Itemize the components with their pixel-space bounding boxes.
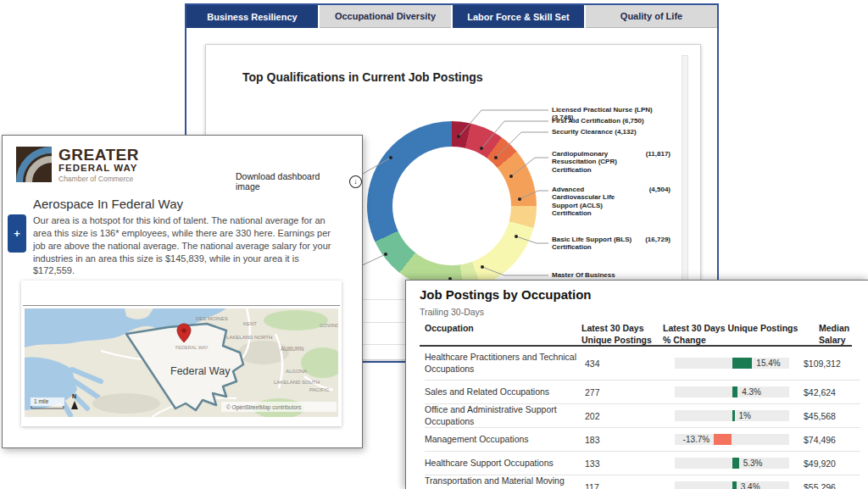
cell-postings: 133 — [585, 458, 659, 469]
pct-change-bar-track: 15.4% — [675, 358, 789, 369]
callout-value: (4,504) — [649, 186, 670, 193]
download-label: Download dashboard image — [236, 171, 345, 192]
map-attribution[interactable]: © OpenStreetMap contributors — [226, 404, 302, 411]
job-table-body: Healthcare Practitioners and Technical O… — [425, 347, 860, 489]
col-header-pct-change: Latest 30 Days Unique Postings % Change — [663, 323, 819, 346]
job-table-header: Occupation Latest 30 Days Unique Posting… — [425, 323, 860, 346]
map-main-place-label: Federal Way — [170, 365, 231, 377]
callout-name: Licensed Practical Nurse (LPN) — [552, 106, 653, 114]
cell-pct-change: 1% — [659, 410, 804, 421]
job-postings-panel: Job Postings by Occupation Trailing 30-D… — [405, 280, 868, 489]
tab-quality-of-life[interactable]: Quality of Life — [586, 5, 717, 28]
cell-median-salary: $55,296 — [804, 482, 860, 489]
logo-line2: FEDERAL WAY — [58, 163, 139, 175]
cell-postings: 434 — [585, 358, 659, 369]
table-row: Office and Administrative Support Occupa… — [425, 404, 860, 428]
map-label: ALGONA — [286, 369, 307, 374]
chamber-logo-text: GREATER FEDERAL WAY Chamber of Commerce — [58, 147, 139, 183]
table-row: Healthcare Practitioners and Technical O… — [425, 347, 860, 381]
pct-change-bar — [732, 410, 735, 421]
cell-pct-change: 4.3% — [659, 386, 804, 397]
callout-value: (16,729) — [645, 236, 670, 243]
cell-occupation: Management Occupations — [425, 434, 585, 446]
federal-way-map[interactable]: DES MOINES KENT COVINGTON LAKELAND NORTH… — [25, 308, 338, 417]
cell-occupation: Transportation and Material Moving Occup… — [425, 475, 585, 489]
pct-change-label: 4.3% — [742, 387, 761, 397]
map-label: LAKELAND NORTH — [226, 335, 272, 340]
tab-business-resiliency[interactable]: Business Resiliency — [186, 5, 318, 28]
callout-label-bls: Basic Life Support (BLS) Certification (… — [552, 236, 670, 252]
cell-postings: 202 — [585, 411, 659, 421]
col-header-occupation: Occupation — [425, 323, 581, 346]
table-row: Healthcare Support Occupations 133 5.3% … — [425, 452, 860, 475]
map-label: KENT — [243, 321, 257, 326]
logo-line3: Chamber of Commerce — [58, 175, 139, 183]
callout-label-security-clearance: Security Clearance (4,132) — [552, 128, 670, 136]
table-row: Management Occupations 183 -13.7% $74,49… — [425, 428, 860, 452]
map-label: PACIFIC — [309, 387, 330, 392]
cell-postings: 183 — [585, 435, 659, 445]
svg-text:N: N — [72, 393, 76, 399]
callout-name: Basic Life Support (BLS) Certification — [552, 236, 633, 252]
pct-change-bar — [732, 358, 753, 369]
chamber-logo: GREATER FEDERAL WAY Chamber of Commerce — [16, 147, 139, 183]
callout-value: (11,817) — [646, 150, 670, 158]
callout-name: First Aid Certification — [552, 117, 620, 125]
job-postings-subtitle: Trailing 30-Days — [420, 307, 484, 317]
download-dashboard-link[interactable]: Download dashboard image ↓ — [236, 171, 362, 192]
table-row: Sales and Related Occupations 277 4.3% $… — [425, 381, 860, 404]
tab-labor-force-skill-set[interactable]: Labor Force & Skill Set — [453, 5, 584, 28]
screenshot-stage: Business Resiliency Occupational Diversi… — [0, 0, 868, 489]
callout-label-cpr: Cardiopulmonary Resuscitation (CPR) Cert… — [552, 150, 670, 174]
cell-occupation: Healthcare Support Occupations — [425, 458, 585, 470]
cell-pct-change: 15.4% — [659, 358, 804, 369]
pct-change-label: 3.4% — [741, 482, 760, 489]
callout-label-first-aid: First Aid Certification (6,750) — [552, 117, 670, 125]
callout-name: Security Clearance — [552, 128, 613, 136]
col-header-median-salary: Median Salary — [819, 323, 860, 346]
expand-collapse-handle[interactable]: + — [8, 214, 26, 253]
map-label: COVINGTON — [320, 323, 338, 328]
cell-occupation: Sales and Related Occupations — [425, 386, 585, 398]
map-label: AUBURN — [281, 346, 304, 352]
cell-pct-change: 5.3% — [659, 458, 804, 469]
pct-change-bar-track: 3.4% — [675, 481, 789, 489]
aerospace-heading: Aerospace In Federal Way — [33, 197, 183, 211]
map-pin-place-label: FEDERAL WAY — [175, 345, 209, 350]
download-icon: ↓ — [349, 175, 362, 188]
cell-median-salary: $109,312 — [804, 358, 860, 369]
cell-postings: 277 — [585, 387, 659, 397]
cell-pct-change: 3.4% — [659, 481, 804, 489]
map-label: LAKELAND SOUTH — [274, 380, 320, 385]
pct-change-bar — [732, 458, 739, 469]
callout-label-acls: Advanced Cardiovascular Life Support (AC… — [552, 186, 670, 218]
cell-median-salary: $45,568 — [804, 411, 860, 421]
col-header-postings: Latest 30 Days Unique Postings — [581, 323, 663, 346]
callout-label-master-of-business: Master Of Business — [552, 271, 670, 279]
chamber-logo-mark — [16, 147, 52, 182]
pct-change-bar — [732, 481, 737, 489]
callout-value: (6,750) — [622, 117, 643, 125]
dashboard-tabbar: Business Resiliency Occupational Diversi… — [186, 5, 717, 28]
table-row: Transportation and Material Moving Occup… — [425, 475, 860, 489]
donut-hole — [392, 147, 511, 265]
pct-change-bar-track: 5.3% — [675, 458, 789, 469]
cell-median-salary: $49,920 — [804, 458, 860, 469]
tab-occupational-diversity[interactable]: Occupational Diversity — [320, 5, 451, 28]
cell-occupation: Office and Administrative Support Occupa… — [425, 404, 585, 427]
cell-median-salary: $74,496 — [804, 435, 860, 445]
callout-name: Advanced Cardiovascular Life Support (AC… — [552, 186, 633, 218]
pct-change-label: 15.4% — [756, 358, 780, 368]
pct-change-bar — [714, 434, 732, 445]
pct-change-label: 5.3% — [743, 458, 763, 468]
callout-name: Master Of Business — [552, 271, 615, 279]
map-card: DES MOINES KENT COVINGTON LAKELAND NORTH… — [21, 281, 342, 426]
pct-change-bar-track: 1% — [675, 410, 789, 421]
pct-change-label: -13.7% — [683, 435, 710, 444]
map-label: DES MOINES — [196, 316, 228, 321]
federal-way-card: GREATER FEDERAL WAY Chamber of Commerce … — [2, 135, 363, 448]
scale-label: 1 mile — [34, 398, 49, 404]
aerospace-description: Our area is a hotspot for this kind of t… — [33, 214, 337, 277]
pct-change-bar-track: -13.7% — [675, 434, 789, 445]
chart-title: Top Qualifications in Current Job Postin… — [242, 70, 483, 84]
